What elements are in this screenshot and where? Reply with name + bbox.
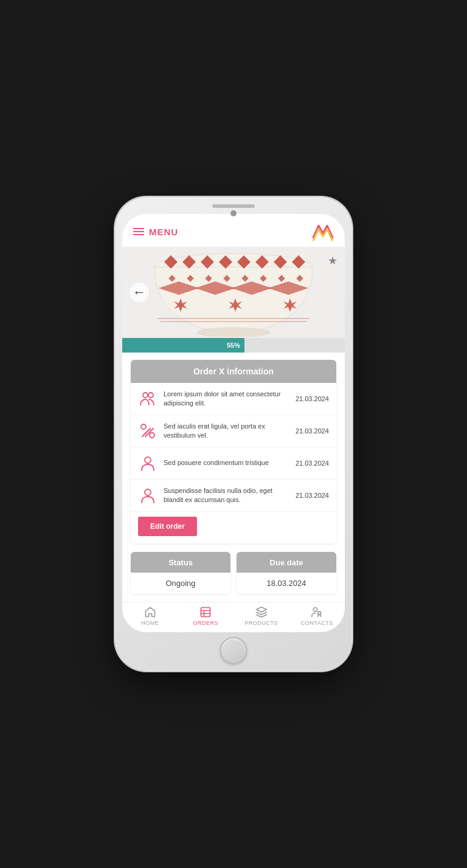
- progress-label: 55%: [227, 342, 240, 349]
- menu-button[interactable]: MENU: [133, 227, 178, 237]
- edit-order-button[interactable]: Edit order: [138, 517, 197, 536]
- row-text-1: Lorem ipsum dolor sit amet consectetur a…: [164, 390, 289, 408]
- nav-label-home: HOME: [141, 620, 159, 626]
- hero-image: [122, 247, 345, 338]
- edit-order-section: Edit order: [131, 512, 336, 543]
- progress-bar-container: 55%: [122, 338, 345, 353]
- due-date-box: Due date 18.03.2024: [237, 552, 336, 594]
- table-row: Lorem ipsum dolor sit amet consectetur a…: [131, 383, 336, 415]
- nav-item-products[interactable]: PRODUCTS: [234, 606, 289, 626]
- phone-camera: [230, 210, 237, 216]
- svg-point-35: [313, 608, 317, 612]
- svg-point-20: [197, 328, 270, 337]
- table-row: Sed posuere condimentum tristique 21.03.…: [131, 447, 336, 480]
- phone-home-button[interactable]: [220, 637, 247, 664]
- menu-label: MENU: [149, 227, 178, 237]
- phone-frame: MENU ← ★: [115, 197, 352, 671]
- scroll-content[interactable]: ← ★: [122, 247, 345, 602]
- svg-point-27: [141, 424, 146, 429]
- logo-icon: [312, 222, 334, 241]
- nav-label-products: PRODUCTS: [244, 620, 278, 626]
- due-date-header: Due date: [237, 552, 336, 573]
- row-date-2: 21.03.2024: [296, 427, 329, 435]
- phone-screen: MENU ← ★: [122, 214, 345, 632]
- status-due-row: Status Ongoing Due date 18.03.2024: [131, 552, 336, 594]
- nav-item-contacts[interactable]: CONTACTS: [289, 606, 345, 626]
- bottom-nav: HOME ORDERS PRODUCTS: [122, 602, 345, 632]
- due-date-header-text: Due date: [270, 558, 303, 567]
- order-card-header: Order X information: [131, 360, 336, 383]
- phone-speaker: [212, 204, 255, 208]
- person-icon-2: [138, 486, 157, 505]
- people-icon: [138, 389, 157, 408]
- nav-item-orders[interactable]: ORDERS: [178, 606, 234, 626]
- row-text-4: Suspendisse facilisis nulla odio, eget b…: [164, 486, 289, 505]
- status-value: Ongoing: [131, 573, 230, 594]
- status-box: Status Ongoing: [131, 552, 230, 594]
- back-button[interactable]: ←: [130, 283, 149, 302]
- row-date-1: 21.03.2024: [296, 395, 329, 402]
- svg-point-30: [145, 489, 151, 495]
- hero-section: ← ★: [122, 247, 345, 338]
- orders-icon: [199, 606, 212, 618]
- table-row: Sed iaculis erat ligula, vel porta ex ve…: [131, 415, 336, 447]
- svg-point-24: [148, 393, 153, 398]
- hamburger-icon: [133, 228, 144, 235]
- app-header: MENU: [122, 214, 345, 247]
- status-header: Status: [131, 552, 230, 573]
- tools-icon: [138, 421, 157, 441]
- status-header-text: Status: [168, 558, 193, 567]
- nav-label-contacts: CONTACTS: [301, 620, 333, 626]
- products-icon: [255, 606, 268, 618]
- person-icon: [138, 453, 157, 473]
- svg-point-28: [150, 433, 154, 438]
- nav-label-orders: ORDERS: [193, 620, 218, 626]
- phone-top-bar: [212, 204, 255, 210]
- order-card-title: Order X information: [193, 367, 274, 376]
- row-text-3: Sed posuere condimentum tristique: [164, 458, 289, 467]
- svg-rect-31: [201, 608, 210, 617]
- svg-point-23: [143, 393, 148, 398]
- nav-item-home[interactable]: HOME: [122, 606, 178, 626]
- row-text-2: Sed iaculis erat ligula, vel porta ex ve…: [164, 422, 289, 441]
- svg-point-29: [145, 457, 151, 463]
- favorite-button[interactable]: ★: [328, 254, 337, 267]
- contacts-icon: [311, 606, 323, 618]
- main-content: Order X information Lorem ipsu: [122, 353, 345, 602]
- home-icon: [144, 606, 156, 618]
- row-date-3: 21.03.2024: [296, 460, 329, 467]
- row-date-4: 21.03.2024: [296, 492, 329, 499]
- order-info-card: Order X information Lorem ipsu: [131, 360, 336, 543]
- table-row: Suspendisse facilisis nulla odio, eget b…: [131, 480, 336, 512]
- due-date-value: 18.03.2024: [237, 573, 336, 594]
